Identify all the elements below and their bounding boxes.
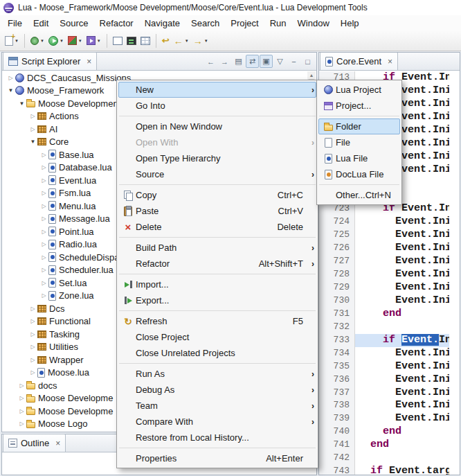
debug-button[interactable]: ▼ — [28, 33, 46, 49]
view-menu-icon[interactable]: ▽ — [273, 55, 287, 68]
context-open-type-hierarchy[interactable]: Open Type Hierarchy — [118, 150, 316, 166]
line-number[interactable]: 725 — [319, 229, 355, 242]
context-debug-as[interactable]: Debug As› — [118, 382, 316, 398]
line-number[interactable]: 728 — [319, 268, 355, 281]
tab-script-explorer[interactable]: Script Explorer × — [3, 52, 97, 70]
code-text[interactable]: Event.IniGroupName = Event.IniDCSGroupNa… — [355, 412, 449, 425]
line-number[interactable]: 727 — [319, 255, 355, 268]
menu-edit[interactable]: Edit — [28, 16, 54, 30]
expand-arrow-icon[interactable]: ▷ — [39, 177, 48, 184]
expand-arrow-icon[interactable]: ▷ — [39, 164, 48, 170]
close-icon[interactable]: × — [87, 57, 91, 67]
menu-window[interactable]: Window — [292, 16, 335, 30]
context-copy[interactable]: CopyCtrl+C — [118, 187, 316, 203]
expand-arrow-icon[interactable]: ▷ — [17, 395, 26, 401]
forward-history-icon[interactable]: → — [218, 55, 231, 68]
code-text[interactable]: Event.IniDCSUnitName = Event.IniDCSUnit:… — [355, 347, 449, 360]
menu-navigate[interactable]: Navigate — [139, 16, 186, 30]
menu-file[interactable]: File — [2, 16, 28, 30]
menu-run[interactable]: Run — [264, 16, 292, 30]
line-number[interactable]: 743 — [319, 465, 355, 475]
coverage-button[interactable]: ▼ — [66, 33, 84, 49]
context-new[interactable]: New› — [118, 82, 316, 98]
line-number[interactable]: 724 — [319, 215, 355, 229]
show-grid-button[interactable] — [138, 33, 152, 49]
expand-arrow-icon[interactable]: ▷ — [39, 267, 48, 273]
expand-arrow-icon[interactable]: ▷ — [28, 306, 37, 312]
external-tools-button[interactable]: ▼ — [84, 33, 103, 49]
expand-arrow-icon[interactable]: ▷ — [39, 152, 48, 158]
line-number[interactable]: 738 — [319, 399, 355, 412]
context-open-with[interactable]: Open With› — [118, 134, 316, 150]
expand-arrow-icon[interactable]: ▷ — [28, 344, 37, 350]
expand-arrow-icon[interactable]: ▷ — [6, 75, 15, 81]
collapse-all-icon[interactable]: ▤ — [232, 55, 245, 68]
line-number[interactable]: 732 — [319, 321, 355, 334]
line-number[interactable]: 742 — [319, 452, 355, 465]
close-icon[interactable]: × — [55, 439, 60, 448]
context-import[interactable]: Import... — [118, 276, 316, 292]
context-run-as[interactable]: Run As› — [118, 366, 316, 382]
expand-arrow-icon[interactable]: ▷ — [28, 331, 37, 337]
collapse-arrow-icon[interactable]: ▼ — [6, 87, 15, 94]
context-go-into[interactable]: Go Into — [118, 98, 316, 114]
minimize-icon[interactable]: − — [287, 55, 300, 68]
submenu-doclua-file[interactable]: DocLua File — [318, 166, 400, 182]
collapse-arrow-icon[interactable]: ▼ — [28, 139, 37, 145]
tab-outline[interactable]: Outline × — [3, 434, 66, 452]
expand-arrow-icon[interactable]: ▷ — [39, 292, 48, 299]
menu-help[interactable]: Help — [335, 16, 365, 30]
expand-arrow-icon[interactable]: ▷ — [28, 369, 37, 376]
line-number[interactable]: 729 — [319, 281, 355, 294]
context-paste[interactable]: PasteCtrl+V — [118, 203, 316, 219]
line-number[interactable]: 726 — [319, 242, 355, 255]
maximize-icon[interactable]: □ — [301, 55, 314, 68]
code-text[interactable]: Event.IniGroupName = Event.IniDCSGroupNa… — [355, 281, 449, 294]
menu-source[interactable]: Source — [54, 16, 93, 30]
line-number[interactable]: 739 — [319, 412, 355, 425]
expand-arrow-icon[interactable]: ▷ — [17, 421, 26, 427]
line-number[interactable]: 734 — [319, 347, 355, 360]
open-console-button[interactable] — [125, 33, 138, 49]
submenu-project[interactable]: Project... — [318, 98, 400, 114]
expand-arrow-icon[interactable]: ▷ — [17, 408, 26, 414]
new-lua-project-button[interactable] — [111, 33, 125, 49]
code-text[interactable]: Event.IniDCSUnitName = Event.IniDCSUnit:… — [355, 215, 449, 229]
expand-arrow-icon[interactable]: ▷ — [39, 215, 48, 222]
new-wizard-button[interactable]: ▼ — [3, 33, 21, 49]
expand-arrow-icon[interactable]: ▷ — [28, 113, 37, 119]
code-text[interactable]: end — [355, 308, 449, 321]
code-text[interactable]: Event.IniDCSGroup = Event.IniDCSUnit:get… — [355, 387, 449, 400]
context-compare-with[interactable]: Compare With› — [118, 414, 316, 430]
code-text[interactable]: Event.IniDCSGroupName = Event.IniDCSGrou… — [355, 399, 449, 412]
code-text[interactable]: Event.IniDCSGroup = Event.IniDCSUnit:get… — [355, 255, 449, 268]
code-text[interactable] — [355, 452, 449, 465]
context-close-unrelated-projects[interactable]: Close Unrelated Projects — [118, 345, 316, 361]
close-icon[interactable]: × — [388, 57, 392, 67]
code-text[interactable]: Event.IniUnitName = Event.IniDCSUnitName — [355, 229, 449, 242]
context-open-in-new-window[interactable]: Open in New Window — [118, 118, 316, 134]
expand-arrow-icon[interactable]: ▷ — [39, 229, 48, 235]
collapse-arrow-icon[interactable]: ▼ — [17, 100, 26, 107]
line-number[interactable]: 740 — [319, 425, 355, 439]
context-export[interactable]: Export... — [118, 292, 316, 308]
menu-search[interactable]: Search — [186, 16, 225, 30]
line-number[interactable]: 735 — [319, 360, 355, 373]
tab-core-event[interactable]: Core.Event × — [320, 52, 398, 70]
line-number[interactable]: 730 — [319, 294, 355, 308]
code-text[interactable]: Event.IniUnitName = Event.IniDCSUnitName — [355, 360, 449, 373]
expand-arrow-icon[interactable]: ▷ — [39, 203, 48, 209]
run-button[interactable]: ▼ — [46, 33, 66, 49]
context-refresh[interactable]: ↻RefreshF5 — [118, 313, 316, 329]
submenu-lua-project[interactable]: Lua Project — [318, 82, 400, 98]
expand-arrow-icon[interactable]: ▷ — [39, 280, 48, 286]
line-number[interactable]: 737 — [319, 387, 355, 400]
last-edit-location-button[interactable] — [160, 33, 172, 49]
code-text[interactable]: Event.IniPlayerName = Event.IniDCSUnit:g… — [355, 294, 449, 308]
line-number[interactable]: 741 — [319, 439, 355, 452]
menu-refactor[interactable]: Refactor — [94, 16, 139, 30]
scrollbar-up-icon[interactable]: ▲ — [309, 71, 314, 78]
expand-arrow-icon[interactable]: ▷ — [28, 318, 37, 324]
menu-project[interactable]: Project — [225, 16, 264, 30]
context-delete[interactable]: ×DeleteDelete — [118, 219, 316, 235]
